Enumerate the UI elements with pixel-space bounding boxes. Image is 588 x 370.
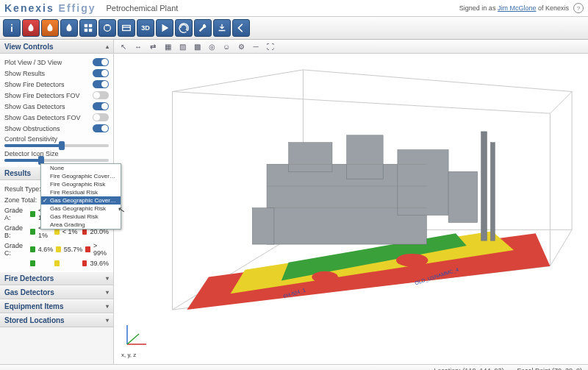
vt-minus[interactable]: ─ [251,41,261,51]
vc-row: Show Fire Detectors FOV [4,90,109,101]
svg-rect-21 [252,208,274,244]
vc-row: Show Obstructions [4,123,109,134]
info-button[interactable] [3,19,21,37]
toggle[interactable] [93,113,109,121]
vc-row: Show Gas Detectors [4,101,109,112]
vc-row: Show Results [4,68,109,79]
brand-logo: Kenexis Effigy [4,2,96,14]
svg-point-12 [396,254,428,267]
panel-view-controls[interactable]: View Controls▴ [0,40,113,54]
vc-slider-row: Control Sensitivity [4,134,109,149]
svg-point-13 [312,271,338,283]
svg-rect-2 [85,24,87,27]
toggle[interactable] [93,69,109,77]
panel-stored-locations[interactable]: Stored Locations▾ [0,313,113,327]
vt-link[interactable]: ⇄ [148,41,158,51]
back-button[interactable] [232,19,250,37]
svg-rect-15 [289,143,332,172]
svg-rect-20 [490,143,495,241]
grid-button[interactable] [79,19,97,37]
svg-rect-19 [481,132,487,241]
toggle[interactable] [93,102,109,110]
vc-label: Show Results [4,70,45,77]
grade-row: 39.6% [4,258,109,268]
vt-user[interactable]: ☺ [221,41,232,51]
dropdown-option[interactable]: Gas Geographic Risk [41,204,121,213]
chevron-down-icon: ▾ [106,303,109,310]
dropdown-option[interactable]: Fire Geographic Risk [41,180,121,188]
vc-label: Show Gas Detectors FOV [4,114,81,121]
status-location: Location: (118, 144, 93) [434,367,503,370]
viewport: ↖ ↔ ⇄ ▦ ▨ ▩ ◎ ☺ ⚙ ─ ⛶ [114,40,588,364]
user-link[interactable]: Jim McGlone [498,4,537,12]
3d-canvas[interactable]: FH-524_1 OLD_USNAMMC_4 x, y, z [114,54,588,364]
panel-fire-detectors[interactable]: Fire Detectors▾ [0,271,113,285]
vc-row: Show Fire Detectors [4,79,109,90]
panel-gas-detectors[interactable]: Gas Detectors▾ [0,285,113,299]
axes-gizmo: x, y, z [121,321,151,358]
viewport-toolbar: ↖ ↔ ⇄ ▦ ▨ ▩ ◎ ☺ ⚙ ─ ⛶ [114,40,588,54]
refresh-button[interactable] [175,19,193,37]
vt-full[interactable]: ⛶ [265,41,276,51]
status-focal: Focal Point (70, 38, 0) [517,367,582,370]
slider-label: Control Sensitivity [4,135,109,143]
vt-move[interactable]: ↔ [133,41,143,51]
slider[interactable] [4,144,109,147]
grade-row: Grade C:4.6%55.7%> 99% [4,241,109,258]
card-button[interactable] [118,19,135,37]
toggle[interactable] [93,124,109,132]
vc-slider-row: Detector Icon Size [4,149,109,163]
chevron-down-icon: ▾ [106,317,109,324]
dropdown-option[interactable]: Gas Residual Risk [41,213,121,221]
svg-rect-4 [85,29,87,32]
status-bar: Location: (118, 144, 93) Focal Point (70… [0,364,588,370]
dropdown-option[interactable]: Area Grading [41,221,121,229]
chevron-down-icon: ▾ [106,275,109,282]
slider-label: Detector Icon Size [4,150,109,157]
toggle[interactable] [93,80,109,88]
toggle[interactable] [93,58,109,66]
svg-rect-5 [89,29,92,32]
dropdown-option[interactable]: None [41,164,121,172]
svg-line-27 [127,334,139,344]
vc-label: Show Fire Detectors FOV [4,92,80,99]
download-button[interactable] [213,19,231,37]
vt-gear[interactable]: ⚙ [236,41,246,51]
svg-rect-16 [347,135,383,179]
svg-rect-3 [89,24,92,27]
svg-rect-0 [11,24,12,26]
app-header: Kenexis Effigy Petrochemical Plant Signe… [0,0,588,17]
fire3-button[interactable] [60,19,78,37]
vt-select[interactable]: ↖ [118,41,129,51]
svg-rect-18 [448,171,478,222]
play-button[interactable] [156,19,173,37]
vt-boxsolid[interactable]: ▩ [192,41,202,51]
svg-rect-17 [398,150,448,216]
fire-button[interactable] [22,19,40,37]
vc-label: Show Gas Detectors [4,103,65,110]
dropdown-option[interactable]: Fire Geographic Coverage [41,172,121,180]
svg-rect-7 [123,26,131,31]
panel-equipment-items[interactable]: Equipment Items▾ [0,299,113,313]
help-icon[interactable]: ? [573,3,584,13]
wrench-button[interactable] [194,19,212,37]
vc-label: Show Fire Detectors [4,81,65,88]
dropdown-option[interactable]: Fire Residual Risk [41,188,121,196]
view-controls-body: Plot View / 3D ViewShow ResultsShow Fire… [0,54,113,166]
vc-label: Plot View / 3D View [4,59,62,66]
vt-boxwire[interactable]: ▨ [177,41,187,51]
vt-box[interactable]: ▦ [162,41,173,51]
slider[interactable] [4,159,109,162]
vt-target[interactable]: ◎ [207,41,217,51]
toggle[interactable] [93,91,109,99]
fire2-button[interactable] [41,19,59,37]
result-type-dropdown[interactable]: NoneFire Geographic CoverageFire Geograp… [40,163,121,230]
3d-button[interactable]: 3D [137,19,154,37]
signed-in-text: Signed in as Jim McGlone of Kenexis [459,4,569,12]
chevron-down-icon: ▾ [106,289,109,296]
svg-point-6 [104,25,111,32]
wind-button[interactable] [98,19,116,37]
chevron-up-icon: ▴ [106,43,109,50]
header-right: Signed in as Jim McGlone of Kenexis ? [459,3,584,13]
dropdown-option[interactable]: Gas Geographic Coverage [41,196,121,204]
